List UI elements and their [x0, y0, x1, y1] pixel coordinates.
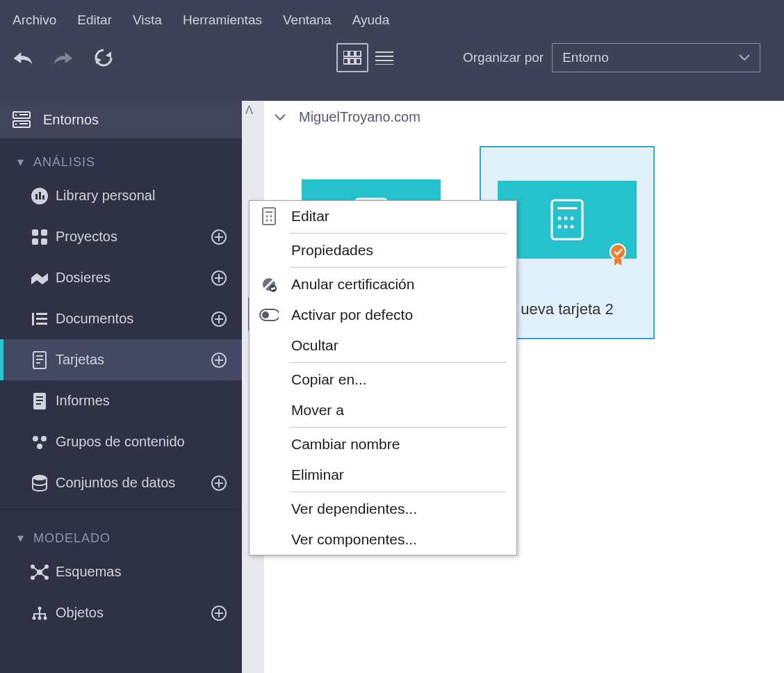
sidebar-item-icon	[28, 228, 51, 246]
svg-rect-76	[557, 207, 577, 209]
menu-vista[interactable]: Vista	[133, 13, 162, 28]
svg-rect-17	[35, 194, 38, 200]
svg-rect-30	[32, 313, 34, 325]
breadcrumb-label: MiguelTroyano.com	[299, 109, 420, 125]
caret-down-icon: ▾	[14, 154, 28, 170]
svg-rect-20	[32, 229, 38, 236]
context-menu-mover-a[interactable]: Mover a	[250, 395, 516, 425]
context-menu-item-label: Ver componentes...	[291, 531, 417, 548]
add-button[interactable]	[211, 606, 232, 621]
context-menu-separator	[290, 267, 507, 268]
context-menu-ver-dependientes-[interactable]: Ver dependientes...	[250, 494, 516, 524]
cert-off-icon	[259, 275, 279, 294]
undo-button[interactable]	[13, 47, 33, 68]
context-menu-editar[interactable]: Editar	[250, 201, 516, 232]
menu-ventana[interactable]: Ventana	[283, 13, 332, 28]
certified-badge-icon	[609, 243, 627, 267]
context-menu-eliminar[interactable]: Eliminar	[250, 460, 516, 490]
sidebar-top-environments[interactable]: Entornos	[0, 101, 242, 139]
sidebar-item-label: Proyectos	[56, 229, 211, 245]
svg-point-80	[558, 225, 562, 229]
context-menu-cambiar-nombre[interactable]: Cambiar nombre	[250, 429, 516, 460]
svg-point-13	[15, 123, 17, 125]
svg-point-60	[38, 606, 42, 610]
sidebar-item-tarjetas[interactable]: Tarjetas	[0, 339, 242, 380]
redo-button[interactable]	[53, 47, 74, 68]
svg-point-12	[15, 114, 17, 116]
svg-rect-2	[356, 51, 361, 56]
sidebar-item-esquemas[interactable]: Esquemas	[0, 551, 242, 592]
svg-point-95	[262, 311, 269, 318]
add-button[interactable]	[211, 229, 232, 245]
svg-rect-9	[375, 64, 393, 65]
svg-rect-29	[215, 277, 223, 279]
context-menu-item-label: Activar por defecto	[291, 307, 413, 323]
toggle-icon	[259, 305, 279, 325]
svg-rect-84	[263, 208, 275, 225]
caret-down-icon: ▾	[14, 530, 28, 546]
context-menu-item-label: Copiar en...	[291, 371, 367, 388]
svg-point-88	[266, 220, 268, 222]
svg-rect-33	[36, 323, 47, 325]
context-menu-copiar-en-[interactable]: Copiar en...	[250, 364, 516, 395]
sidebar-item-grupos-de-contenido[interactable]: Grupos de contenido	[0, 421, 242, 462]
context-menu: EditarPropiedadesAnular certificaciónAct…	[249, 200, 517, 556]
svg-rect-85	[266, 211, 272, 213]
context-menu-anular-certificaci-n[interactable]: Anular certificación	[250, 269, 516, 300]
menu-editar[interactable]: Editar	[77, 13, 112, 28]
context-menu-activar-por-defecto[interactable]: Activar por defecto	[250, 300, 516, 330]
sidebar-item-library-personal[interactable]: Library personal	[0, 175, 242, 216]
add-button[interactable]	[211, 352, 232, 368]
svg-rect-32	[36, 318, 47, 320]
svg-rect-14	[19, 114, 28, 115]
svg-rect-36	[215, 318, 223, 320]
breadcrumb[interactable]: MiguelTroyano.com	[274, 109, 420, 125]
svg-rect-19	[42, 195, 44, 200]
collapse-gutter-icon[interactable]: ᐱ	[245, 104, 253, 117]
svg-point-86	[266, 216, 268, 218]
organize-by-value: Entorno	[562, 50, 609, 65]
section-modelado[interactable]: ▾ MODELADO	[0, 515, 242, 551]
menu-herramientas[interactable]: Herramientas	[183, 13, 262, 28]
context-menu-propiedades[interactable]: Propiedades	[250, 235, 516, 266]
sidebar-item-label: Informes	[56, 393, 211, 409]
svg-rect-3	[343, 58, 348, 64]
svg-point-63	[44, 616, 47, 619]
organize-by-dropdown[interactable]: Entorno	[552, 43, 760, 72]
sidebar-item-objetos[interactable]: Objetos	[0, 592, 242, 633]
sidebar-item-dosieres[interactable]: Dosieres	[0, 257, 242, 298]
add-button[interactable]	[211, 311, 232, 327]
context-menu-ver-componentes-[interactable]: Ver componentes...	[250, 524, 516, 555]
svg-point-89	[270, 220, 272, 222]
add-button[interactable]	[211, 270, 232, 286]
sidebar-item-icon	[28, 392, 51, 410]
svg-point-83	[610, 244, 626, 259]
sidebar-item-conjuntos-de-datos[interactable]: Conjuntos de datos	[0, 462, 242, 503]
svg-rect-38	[36, 355, 43, 357]
svg-point-87	[270, 216, 272, 218]
svg-point-79	[571, 217, 574, 220]
svg-rect-54	[215, 483, 223, 484]
refresh-button[interactable]	[93, 47, 114, 68]
sidebar-item-informes[interactable]: Informes	[0, 380, 242, 421]
section-analisis[interactable]: ▾ ANÁLISIS	[0, 139, 242, 175]
sidebar-item-proyectos[interactable]: Proyectos	[0, 216, 242, 257]
svg-rect-43	[215, 359, 223, 361]
svg-rect-21	[41, 229, 47, 236]
context-menu-separator	[290, 233, 507, 234]
context-menu-ocultar[interactable]: Ocultar	[250, 330, 516, 361]
view-grid-button[interactable]	[336, 43, 368, 72]
sidebar-divider	[0, 509, 242, 510]
sidebar-item-label: Objetos	[56, 605, 211, 621]
sidebar: Entornos ▾ ANÁLISIS Library personalProy…	[0, 101, 242, 673]
svg-point-50	[37, 444, 42, 449]
svg-point-51	[33, 475, 47, 480]
menu-archivo[interactable]: Archivo	[13, 13, 56, 28]
add-button[interactable]	[211, 476, 232, 491]
view-list-button[interactable]	[368, 43, 400, 72]
svg-rect-4	[350, 58, 354, 64]
sidebar-item-documentos[interactable]: Documentos	[0, 298, 242, 339]
menu-ayuda[interactable]: Ayuda	[352, 13, 390, 28]
context-menu-item-label: Ocultar	[291, 337, 338, 354]
sidebar-item-icon	[28, 270, 51, 286]
